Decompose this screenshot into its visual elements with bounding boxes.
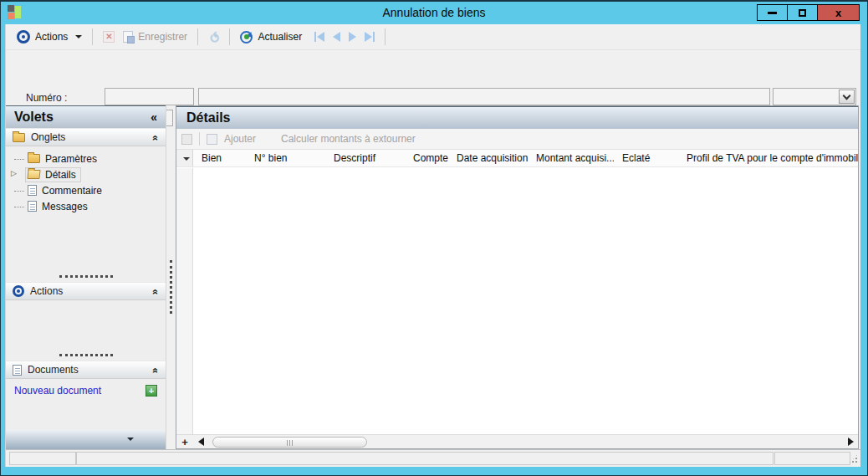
- maximize-button[interactable]: [787, 4, 818, 21]
- nav-previous-button[interactable]: [333, 32, 340, 42]
- horizontal-scrollbar[interactable]: [207, 437, 809, 448]
- sidebar-splitter[interactable]: [6, 354, 166, 359]
- row-selector-header[interactable]: [176, 150, 193, 166]
- toolbar-separator: [197, 28, 198, 45]
- scrollbar-grip-icon: [287, 440, 294, 446]
- numero-label: Numéro :: [26, 92, 67, 104]
- sync-icon: ⟲: [207, 31, 221, 42]
- nav-next-button[interactable]: [349, 32, 356, 42]
- actions-label: Actions: [35, 31, 68, 43]
- nav-previous-icon: [333, 32, 340, 42]
- close-icon: x: [835, 8, 841, 18]
- grid-body[interactable]: [176, 168, 858, 434]
- tree-item-label: Paramètres: [45, 153, 97, 165]
- column-header-montant-acquisition[interactable]: Montant acquisi...: [528, 152, 614, 164]
- grid-bottom-bar: +: [176, 434, 858, 448]
- section-documents-header[interactable]: Documents »: [6, 361, 166, 379]
- actions-menu-button[interactable]: Actions: [13, 28, 86, 45]
- details-header: Détails: [176, 106, 858, 129]
- nav-first-button[interactable]: [314, 32, 324, 42]
- row-selector-column: [176, 168, 193, 434]
- collapse-section-icon[interactable]: »: [150, 289, 161, 295]
- expander-icon[interactable]: ▷: [11, 169, 17, 177]
- document-icon: [28, 185, 37, 196]
- chevron-down-icon: [843, 91, 851, 100]
- new-document-link[interactable]: Nouveau document: [14, 385, 101, 397]
- column-header-profil-tva[interactable]: Profil de TVA pour le compte d'immobilis: [678, 152, 858, 164]
- calculate-amounts-button[interactable]: Calculer montants à extourner: [281, 133, 416, 145]
- scroll-left-icon[interactable]: [198, 438, 204, 446]
- window-controls: x: [758, 4, 860, 21]
- tree-item-details[interactable]: ▷ Détails: [6, 166, 166, 182]
- column-header-date-acquisition[interactable]: Date acquisition: [448, 152, 528, 164]
- status-cell-2: [76, 452, 774, 465]
- maximize-icon: [799, 9, 806, 17]
- tree-item-commentaire[interactable]: Commentaire: [6, 182, 166, 198]
- numero-description-input[interactable]: [198, 88, 770, 105]
- column-header-compte[interactable]: Compte: [405, 152, 448, 164]
- actions-icon: [17, 30, 30, 44]
- refresh-icon: [240, 31, 253, 44]
- tree-connector: [14, 159, 24, 160]
- document-icon: [28, 201, 37, 212]
- sidebar-volets: Volets « Onglets » Paramètres ▷: [6, 105, 166, 449]
- collapse-section-icon[interactable]: »: [150, 136, 161, 141]
- nav-first-icon: [314, 32, 316, 42]
- status-cell-3: [774, 452, 850, 465]
- save-button[interactable]: Enregistrer: [119, 29, 191, 44]
- expand-grid-icon[interactable]: [181, 134, 192, 145]
- add-document-button[interactable]: +: [146, 385, 157, 397]
- column-header-eclate[interactable]: Eclaté: [614, 152, 678, 164]
- add-row-button[interactable]: Ajouter: [224, 133, 256, 145]
- column-header-descriptif[interactable]: Descriptif: [325, 152, 405, 164]
- collapse-section-icon[interactable]: »: [150, 368, 161, 374]
- toolbar-separator: [199, 132, 200, 146]
- section-actions-label: Actions: [30, 285, 63, 297]
- tree-item-parametres[interactable]: Paramètres: [6, 151, 166, 166]
- scrollbar-thumb[interactable]: [212, 437, 367, 448]
- sidebar-title: Volets: [14, 110, 54, 125]
- close-button[interactable]: x: [817, 4, 860, 21]
- status-combobox[interactable]: [773, 88, 856, 105]
- header-form: Numéro : Date de traitement : __/__/____…: [6, 50, 860, 105]
- sidebar-bottom-bar[interactable]: [6, 430, 166, 449]
- sync-button[interactable]: ⟲: [204, 28, 223, 45]
- main-toolbar: Actions ✕ Enregistrer ⟲ Actualiser: [6, 24, 860, 50]
- minimize-icon: [768, 12, 777, 14]
- nav-last-button[interactable]: [365, 32, 375, 42]
- grid-toolbar: Ajouter Calculer montants à extourner: [176, 129, 858, 150]
- actions-icon: [13, 285, 24, 297]
- record-navigation: [314, 32, 375, 42]
- column-header-n-bien[interactable]: N° bien: [246, 152, 325, 164]
- sidebar-header: Volets «: [6, 105, 166, 128]
- new-document-row: Nouveau document +: [6, 380, 166, 397]
- panel-splitter[interactable]: [167, 105, 176, 449]
- scroll-right-icon[interactable]: [848, 438, 854, 446]
- minimize-button[interactable]: [757, 4, 788, 21]
- refresh-label: Actualiser: [258, 31, 302, 43]
- delete-button[interactable]: ✕: [99, 29, 119, 44]
- section-onglets-header[interactable]: Onglets »: [6, 128, 166, 146]
- folder-icon: [28, 154, 40, 163]
- column-header-bien[interactable]: Bien: [193, 152, 246, 164]
- tree-connector: [14, 207, 24, 207]
- section-documents-label: Documents: [28, 364, 79, 376]
- nav-last-icon: [373, 32, 375, 42]
- combo-dropdown-button[interactable]: [839, 90, 855, 104]
- window-content: Actions ✕ Enregistrer ⟲ Actualiser: [5, 24, 860, 467]
- add-row-icon: [207, 134, 217, 145]
- sidebar-splitter[interactable]: [6, 275, 166, 280]
- open-folder-icon: [27, 170, 40, 179]
- nav-first-icon: [317, 32, 324, 42]
- folder-icon: [13, 133, 25, 142]
- refresh-button[interactable]: Actualiser: [236, 29, 306, 45]
- tree-item-messages[interactable]: Messages: [6, 198, 166, 214]
- actions-dropdown-icon: [75, 35, 82, 38]
- details-title: Détails: [186, 110, 230, 125]
- title-bar[interactable]: Annulation de biens x: [1, 2, 867, 23]
- add-row-plus-button[interactable]: +: [176, 436, 193, 448]
- numero-input[interactable]: [105, 88, 194, 105]
- app-window: Annulation de biens x Actions ✕ Enregist…: [0, 0, 868, 476]
- section-actions-header[interactable]: Actions »: [6, 282, 166, 300]
- collapse-panel-icon[interactable]: «: [151, 110, 157, 124]
